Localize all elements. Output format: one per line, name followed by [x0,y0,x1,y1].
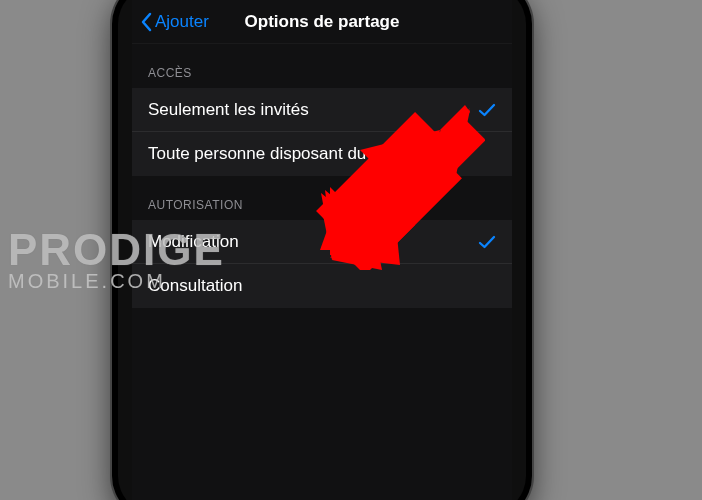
section-header-auth: AUTORISATION [132,176,512,220]
row-label: Modification [148,232,239,252]
checkmark-icon [478,101,496,119]
row-label: Toute personne disposant du lien [148,144,398,164]
row-modification[interactable]: Modification [132,220,512,264]
back-button[interactable]: Ajouter [132,12,209,32]
row-label: Seulement les invités [148,100,309,120]
checkmark-icon [478,233,496,251]
chevron-left-icon [140,12,152,32]
list-group-auth: Modification Consultation [132,220,512,308]
phone-frame: Ajouter Options de partage ACCÈS Seuleme… [112,0,532,500]
row-label: Consultation [148,276,243,296]
list-group-access: Seulement les invités Toute personne dis… [132,88,512,176]
row-invites-only[interactable]: Seulement les invités [132,88,512,132]
back-label: Ajouter [155,12,209,32]
section-header-access: ACCÈS [132,44,512,88]
screen: Ajouter Options de partage ACCÈS Seuleme… [132,0,512,500]
nav-bar: Ajouter Options de partage [132,0,512,44]
row-consultation[interactable]: Consultation [132,264,512,308]
phone-inner: Ajouter Options de partage ACCÈS Seuleme… [118,0,526,500]
row-anyone-with-link[interactable]: Toute personne disposant du lien [132,132,512,176]
